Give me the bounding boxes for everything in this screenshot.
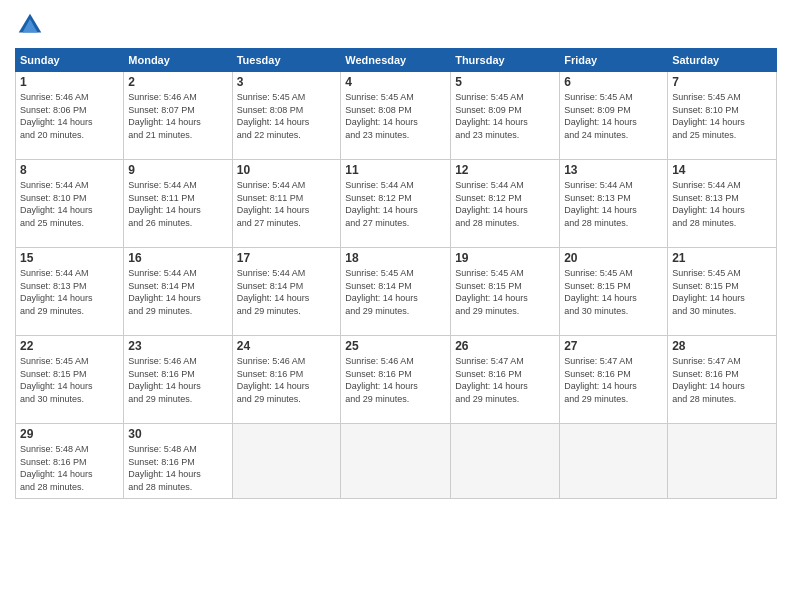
day-number: 29 — [20, 427, 119, 441]
calendar-cell — [560, 424, 668, 499]
calendar-cell: 6Sunrise: 5:45 AMSunset: 8:09 PMDaylight… — [560, 72, 668, 160]
calendar-cell: 28Sunrise: 5:47 AMSunset: 8:16 PMDayligh… — [668, 336, 777, 424]
calendar-cell — [668, 424, 777, 499]
day-info: Sunrise: 5:47 AMSunset: 8:16 PMDaylight:… — [455, 355, 555, 405]
day-info: Sunrise: 5:44 AMSunset: 8:13 PMDaylight:… — [672, 179, 772, 229]
day-info: Sunrise: 5:44 AMSunset: 8:12 PMDaylight:… — [345, 179, 446, 229]
day-info: Sunrise: 5:44 AMSunset: 8:14 PMDaylight:… — [128, 267, 227, 317]
day-number: 12 — [455, 163, 555, 177]
calendar-cell — [232, 424, 341, 499]
calendar-cell: 2Sunrise: 5:46 AMSunset: 8:07 PMDaylight… — [124, 72, 232, 160]
day-number: 16 — [128, 251, 227, 265]
calendar-cell: 18Sunrise: 5:45 AMSunset: 8:14 PMDayligh… — [341, 248, 451, 336]
day-number: 27 — [564, 339, 663, 353]
day-number: 1 — [20, 75, 119, 89]
day-number: 4 — [345, 75, 446, 89]
day-number: 13 — [564, 163, 663, 177]
col-header-sunday: Sunday — [16, 49, 124, 72]
day-info: Sunrise: 5:45 AMSunset: 8:15 PMDaylight:… — [20, 355, 119, 405]
day-number: 22 — [20, 339, 119, 353]
page: SundayMondayTuesdayWednesdayThursdayFrid… — [0, 0, 792, 612]
calendar-cell — [341, 424, 451, 499]
calendar-cell: 30Sunrise: 5:48 AMSunset: 8:16 PMDayligh… — [124, 424, 232, 499]
day-number: 5 — [455, 75, 555, 89]
calendar-cell: 19Sunrise: 5:45 AMSunset: 8:15 PMDayligh… — [451, 248, 560, 336]
calendar-cell: 8Sunrise: 5:44 AMSunset: 8:10 PMDaylight… — [16, 160, 124, 248]
day-info: Sunrise: 5:45 AMSunset: 8:08 PMDaylight:… — [345, 91, 446, 141]
calendar-cell: 5Sunrise: 5:45 AMSunset: 8:09 PMDaylight… — [451, 72, 560, 160]
day-info: Sunrise: 5:44 AMSunset: 8:11 PMDaylight:… — [237, 179, 337, 229]
day-info: Sunrise: 5:45 AMSunset: 8:15 PMDaylight:… — [455, 267, 555, 317]
day-info: Sunrise: 5:45 AMSunset: 8:09 PMDaylight:… — [564, 91, 663, 141]
calendar-cell: 22Sunrise: 5:45 AMSunset: 8:15 PMDayligh… — [16, 336, 124, 424]
calendar-cell: 24Sunrise: 5:46 AMSunset: 8:16 PMDayligh… — [232, 336, 341, 424]
day-number: 26 — [455, 339, 555, 353]
day-info: Sunrise: 5:44 AMSunset: 8:13 PMDaylight:… — [564, 179, 663, 229]
day-number: 17 — [237, 251, 337, 265]
day-info: Sunrise: 5:46 AMSunset: 8:06 PMDaylight:… — [20, 91, 119, 141]
day-info: Sunrise: 5:45 AMSunset: 8:15 PMDaylight:… — [564, 267, 663, 317]
header — [15, 10, 777, 40]
day-number: 3 — [237, 75, 337, 89]
day-info: Sunrise: 5:45 AMSunset: 8:15 PMDaylight:… — [672, 267, 772, 317]
day-info: Sunrise: 5:44 AMSunset: 8:11 PMDaylight:… — [128, 179, 227, 229]
calendar-cell: 25Sunrise: 5:46 AMSunset: 8:16 PMDayligh… — [341, 336, 451, 424]
day-number: 11 — [345, 163, 446, 177]
day-number: 23 — [128, 339, 227, 353]
day-number: 21 — [672, 251, 772, 265]
day-number: 18 — [345, 251, 446, 265]
day-info: Sunrise: 5:46 AMSunset: 8:16 PMDaylight:… — [345, 355, 446, 405]
calendar-cell: 29Sunrise: 5:48 AMSunset: 8:16 PMDayligh… — [16, 424, 124, 499]
day-info: Sunrise: 5:44 AMSunset: 8:14 PMDaylight:… — [237, 267, 337, 317]
calendar-week-3: 15Sunrise: 5:44 AMSunset: 8:13 PMDayligh… — [16, 248, 777, 336]
calendar-cell: 13Sunrise: 5:44 AMSunset: 8:13 PMDayligh… — [560, 160, 668, 248]
calendar-cell — [451, 424, 560, 499]
calendar-cell: 3Sunrise: 5:45 AMSunset: 8:08 PMDaylight… — [232, 72, 341, 160]
calendar-header-row: SundayMondayTuesdayWednesdayThursdayFrid… — [16, 49, 777, 72]
calendar-cell: 15Sunrise: 5:44 AMSunset: 8:13 PMDayligh… — [16, 248, 124, 336]
day-info: Sunrise: 5:45 AMSunset: 8:14 PMDaylight:… — [345, 267, 446, 317]
day-info: Sunrise: 5:45 AMSunset: 8:09 PMDaylight:… — [455, 91, 555, 141]
calendar-week-2: 8Sunrise: 5:44 AMSunset: 8:10 PMDaylight… — [16, 160, 777, 248]
calendar-week-1: 1Sunrise: 5:46 AMSunset: 8:06 PMDaylight… — [16, 72, 777, 160]
calendar-cell: 26Sunrise: 5:47 AMSunset: 8:16 PMDayligh… — [451, 336, 560, 424]
calendar-cell: 9Sunrise: 5:44 AMSunset: 8:11 PMDaylight… — [124, 160, 232, 248]
day-number: 14 — [672, 163, 772, 177]
day-info: Sunrise: 5:45 AMSunset: 8:08 PMDaylight:… — [237, 91, 337, 141]
day-number: 24 — [237, 339, 337, 353]
calendar-cell: 4Sunrise: 5:45 AMSunset: 8:08 PMDaylight… — [341, 72, 451, 160]
day-info: Sunrise: 5:47 AMSunset: 8:16 PMDaylight:… — [564, 355, 663, 405]
col-header-monday: Monday — [124, 49, 232, 72]
calendar-cell: 21Sunrise: 5:45 AMSunset: 8:15 PMDayligh… — [668, 248, 777, 336]
calendar-cell: 14Sunrise: 5:44 AMSunset: 8:13 PMDayligh… — [668, 160, 777, 248]
calendar-cell: 12Sunrise: 5:44 AMSunset: 8:12 PMDayligh… — [451, 160, 560, 248]
day-number: 8 — [20, 163, 119, 177]
calendar-cell: 17Sunrise: 5:44 AMSunset: 8:14 PMDayligh… — [232, 248, 341, 336]
logo-icon — [15, 10, 45, 40]
day-number: 10 — [237, 163, 337, 177]
day-number: 30 — [128, 427, 227, 441]
day-info: Sunrise: 5:47 AMSunset: 8:16 PMDaylight:… — [672, 355, 772, 405]
calendar-cell: 7Sunrise: 5:45 AMSunset: 8:10 PMDaylight… — [668, 72, 777, 160]
day-info: Sunrise: 5:44 AMSunset: 8:12 PMDaylight:… — [455, 179, 555, 229]
day-number: 15 — [20, 251, 119, 265]
day-info: Sunrise: 5:46 AMSunset: 8:16 PMDaylight:… — [237, 355, 337, 405]
day-info: Sunrise: 5:46 AMSunset: 8:07 PMDaylight:… — [128, 91, 227, 141]
calendar-cell: 1Sunrise: 5:46 AMSunset: 8:06 PMDaylight… — [16, 72, 124, 160]
col-header-thursday: Thursday — [451, 49, 560, 72]
day-info: Sunrise: 5:48 AMSunset: 8:16 PMDaylight:… — [128, 443, 227, 493]
day-number: 19 — [455, 251, 555, 265]
logo — [15, 10, 47, 40]
day-number: 28 — [672, 339, 772, 353]
calendar-cell: 27Sunrise: 5:47 AMSunset: 8:16 PMDayligh… — [560, 336, 668, 424]
calendar-week-5: 29Sunrise: 5:48 AMSunset: 8:16 PMDayligh… — [16, 424, 777, 499]
calendar-cell: 20Sunrise: 5:45 AMSunset: 8:15 PMDayligh… — [560, 248, 668, 336]
col-header-wednesday: Wednesday — [341, 49, 451, 72]
day-info: Sunrise: 5:44 AMSunset: 8:13 PMDaylight:… — [20, 267, 119, 317]
col-header-tuesday: Tuesday — [232, 49, 341, 72]
day-info: Sunrise: 5:45 AMSunset: 8:10 PMDaylight:… — [672, 91, 772, 141]
day-info: Sunrise: 5:48 AMSunset: 8:16 PMDaylight:… — [20, 443, 119, 493]
calendar-cell: 23Sunrise: 5:46 AMSunset: 8:16 PMDayligh… — [124, 336, 232, 424]
day-number: 7 — [672, 75, 772, 89]
calendar-table: SundayMondayTuesdayWednesdayThursdayFrid… — [15, 48, 777, 499]
